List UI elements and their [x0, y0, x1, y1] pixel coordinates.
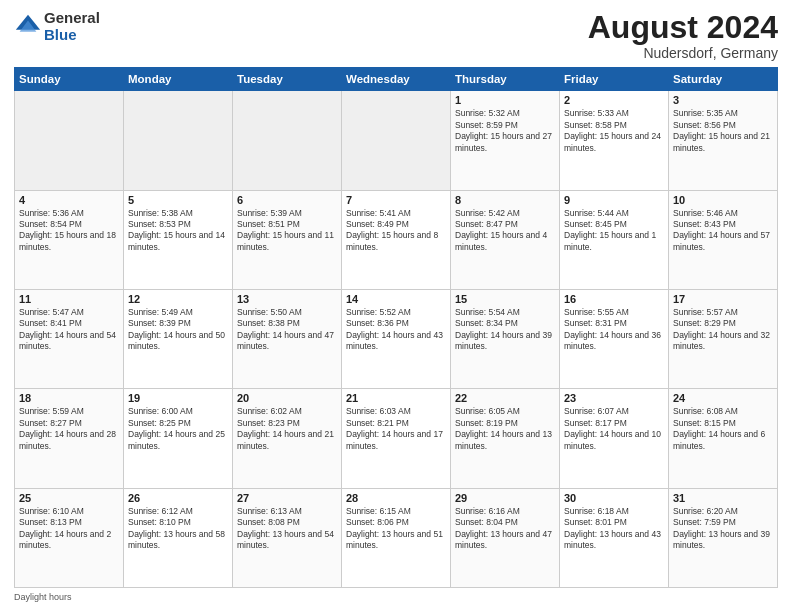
- day-info: Sunrise: 6:18 AMSunset: 8:01 PMDaylight:…: [564, 506, 664, 552]
- calendar-day-cell: [124, 91, 233, 190]
- day-info: Sunrise: 6:15 AMSunset: 8:06 PMDaylight:…: [346, 506, 446, 552]
- day-number: 24: [673, 392, 773, 404]
- calendar-day-cell: 31Sunrise: 6:20 AMSunset: 7:59 PMDayligh…: [669, 488, 778, 587]
- day-number: 4: [19, 194, 119, 206]
- day-number: 29: [455, 492, 555, 504]
- calendar-day-cell: 30Sunrise: 6:18 AMSunset: 8:01 PMDayligh…: [560, 488, 669, 587]
- day-info: Sunrise: 5:54 AMSunset: 8:34 PMDaylight:…: [455, 307, 555, 353]
- day-number: 23: [564, 392, 664, 404]
- day-info: Sunrise: 6:03 AMSunset: 8:21 PMDaylight:…: [346, 406, 446, 452]
- day-number: 15: [455, 293, 555, 305]
- calendar-day-cell: 17Sunrise: 5:57 AMSunset: 8:29 PMDayligh…: [669, 289, 778, 388]
- location: Nudersdorf, Germany: [588, 45, 778, 61]
- day-number: 7: [346, 194, 446, 206]
- day-of-week-header: Thursday: [451, 68, 560, 91]
- day-number: 28: [346, 492, 446, 504]
- calendar-day-cell: 10Sunrise: 5:46 AMSunset: 8:43 PMDayligh…: [669, 190, 778, 289]
- page: General Blue August 2024 Nudersdorf, Ger…: [0, 0, 792, 612]
- day-info: Sunrise: 5:46 AMSunset: 8:43 PMDaylight:…: [673, 208, 773, 254]
- day-info: Sunrise: 5:33 AMSunset: 8:58 PMDaylight:…: [564, 108, 664, 154]
- calendar-day-cell: 15Sunrise: 5:54 AMSunset: 8:34 PMDayligh…: [451, 289, 560, 388]
- day-info: Sunrise: 5:44 AMSunset: 8:45 PMDaylight:…: [564, 208, 664, 254]
- day-info: Sunrise: 5:32 AMSunset: 8:59 PMDaylight:…: [455, 108, 555, 154]
- day-number: 1: [455, 94, 555, 106]
- calendar-day-cell: 23Sunrise: 6:07 AMSunset: 8:17 PMDayligh…: [560, 389, 669, 488]
- calendar-week-row: 4Sunrise: 5:36 AMSunset: 8:54 PMDaylight…: [15, 190, 778, 289]
- calendar-week-row: 18Sunrise: 5:59 AMSunset: 8:27 PMDayligh…: [15, 389, 778, 488]
- calendar-day-cell: 13Sunrise: 5:50 AMSunset: 8:38 PMDayligh…: [233, 289, 342, 388]
- day-of-week-header: Monday: [124, 68, 233, 91]
- calendar-day-cell: 11Sunrise: 5:47 AMSunset: 8:41 PMDayligh…: [15, 289, 124, 388]
- calendar-day-cell: 22Sunrise: 6:05 AMSunset: 8:19 PMDayligh…: [451, 389, 560, 488]
- calendar-day-cell: 14Sunrise: 5:52 AMSunset: 8:36 PMDayligh…: [342, 289, 451, 388]
- calendar-week-row: 11Sunrise: 5:47 AMSunset: 8:41 PMDayligh…: [15, 289, 778, 388]
- calendar-day-cell: 3Sunrise: 5:35 AMSunset: 8:56 PMDaylight…: [669, 91, 778, 190]
- day-info: Sunrise: 6:10 AMSunset: 8:13 PMDaylight:…: [19, 506, 119, 552]
- logo-text: General Blue: [44, 10, 100, 43]
- calendar-day-cell: 1Sunrise: 5:32 AMSunset: 8:59 PMDaylight…: [451, 91, 560, 190]
- day-info: Sunrise: 5:42 AMSunset: 8:47 PMDaylight:…: [455, 208, 555, 254]
- day-info: Sunrise: 6:13 AMSunset: 8:08 PMDaylight:…: [237, 506, 337, 552]
- calendar-day-cell: 24Sunrise: 6:08 AMSunset: 8:15 PMDayligh…: [669, 389, 778, 488]
- calendar-day-cell: 6Sunrise: 5:39 AMSunset: 8:51 PMDaylight…: [233, 190, 342, 289]
- day-number: 19: [128, 392, 228, 404]
- calendar-header-row: SundayMondayTuesdayWednesdayThursdayFrid…: [15, 68, 778, 91]
- day-number: 26: [128, 492, 228, 504]
- day-number: 2: [564, 94, 664, 106]
- day-number: 8: [455, 194, 555, 206]
- calendar-day-cell: 26Sunrise: 6:12 AMSunset: 8:10 PMDayligh…: [124, 488, 233, 587]
- day-info: Sunrise: 6:00 AMSunset: 8:25 PMDaylight:…: [128, 406, 228, 452]
- day-info: Sunrise: 5:52 AMSunset: 8:36 PMDaylight:…: [346, 307, 446, 353]
- day-number: 20: [237, 392, 337, 404]
- calendar-day-cell: 5Sunrise: 5:38 AMSunset: 8:53 PMDaylight…: [124, 190, 233, 289]
- calendar-day-cell: [15, 91, 124, 190]
- day-number: 22: [455, 392, 555, 404]
- daylight-label: Daylight hours: [14, 592, 72, 602]
- calendar-day-cell: 4Sunrise: 5:36 AMSunset: 8:54 PMDaylight…: [15, 190, 124, 289]
- logo: General Blue: [14, 10, 100, 43]
- day-info: Sunrise: 5:41 AMSunset: 8:49 PMDaylight:…: [346, 208, 446, 254]
- header: General Blue August 2024 Nudersdorf, Ger…: [14, 10, 778, 61]
- day-info: Sunrise: 6:02 AMSunset: 8:23 PMDaylight:…: [237, 406, 337, 452]
- day-info: Sunrise: 5:38 AMSunset: 8:53 PMDaylight:…: [128, 208, 228, 254]
- calendar-day-cell: 18Sunrise: 5:59 AMSunset: 8:27 PMDayligh…: [15, 389, 124, 488]
- day-number: 27: [237, 492, 337, 504]
- day-of-week-header: Tuesday: [233, 68, 342, 91]
- logo-blue: Blue: [44, 27, 100, 44]
- calendar-day-cell: [342, 91, 451, 190]
- day-info: Sunrise: 6:08 AMSunset: 8:15 PMDaylight:…: [673, 406, 773, 452]
- day-info: Sunrise: 6:07 AMSunset: 8:17 PMDaylight:…: [564, 406, 664, 452]
- day-number: 31: [673, 492, 773, 504]
- day-number: 18: [19, 392, 119, 404]
- day-number: 12: [128, 293, 228, 305]
- day-of-week-header: Friday: [560, 68, 669, 91]
- day-info: Sunrise: 6:05 AMSunset: 8:19 PMDaylight:…: [455, 406, 555, 452]
- day-number: 11: [19, 293, 119, 305]
- day-info: Sunrise: 5:47 AMSunset: 8:41 PMDaylight:…: [19, 307, 119, 353]
- calendar-day-cell: 20Sunrise: 6:02 AMSunset: 8:23 PMDayligh…: [233, 389, 342, 488]
- day-info: Sunrise: 5:35 AMSunset: 8:56 PMDaylight:…: [673, 108, 773, 154]
- day-number: 5: [128, 194, 228, 206]
- day-info: Sunrise: 5:39 AMSunset: 8:51 PMDaylight:…: [237, 208, 337, 254]
- day-number: 21: [346, 392, 446, 404]
- footer: Daylight hours: [14, 592, 778, 602]
- day-number: 3: [673, 94, 773, 106]
- calendar-day-cell: 16Sunrise: 5:55 AMSunset: 8:31 PMDayligh…: [560, 289, 669, 388]
- day-info: Sunrise: 5:57 AMSunset: 8:29 PMDaylight:…: [673, 307, 773, 353]
- calendar-day-cell: 2Sunrise: 5:33 AMSunset: 8:58 PMDaylight…: [560, 91, 669, 190]
- day-number: 17: [673, 293, 773, 305]
- calendar-day-cell: 27Sunrise: 6:13 AMSunset: 8:08 PMDayligh…: [233, 488, 342, 587]
- day-of-week-header: Wednesday: [342, 68, 451, 91]
- calendar-week-row: 1Sunrise: 5:32 AMSunset: 8:59 PMDaylight…: [15, 91, 778, 190]
- day-info: Sunrise: 5:59 AMSunset: 8:27 PMDaylight:…: [19, 406, 119, 452]
- calendar-day-cell: 8Sunrise: 5:42 AMSunset: 8:47 PMDaylight…: [451, 190, 560, 289]
- calendar-day-cell: 29Sunrise: 6:16 AMSunset: 8:04 PMDayligh…: [451, 488, 560, 587]
- logo-general: General: [44, 10, 100, 27]
- day-info: Sunrise: 6:12 AMSunset: 8:10 PMDaylight:…: [128, 506, 228, 552]
- calendar-day-cell: 7Sunrise: 5:41 AMSunset: 8:49 PMDaylight…: [342, 190, 451, 289]
- calendar-day-cell: 28Sunrise: 6:15 AMSunset: 8:06 PMDayligh…: [342, 488, 451, 587]
- title-block: August 2024 Nudersdorf, Germany: [588, 10, 778, 61]
- month-year: August 2024: [588, 10, 778, 45]
- day-info: Sunrise: 6:16 AMSunset: 8:04 PMDaylight:…: [455, 506, 555, 552]
- calendar-day-cell: 9Sunrise: 5:44 AMSunset: 8:45 PMDaylight…: [560, 190, 669, 289]
